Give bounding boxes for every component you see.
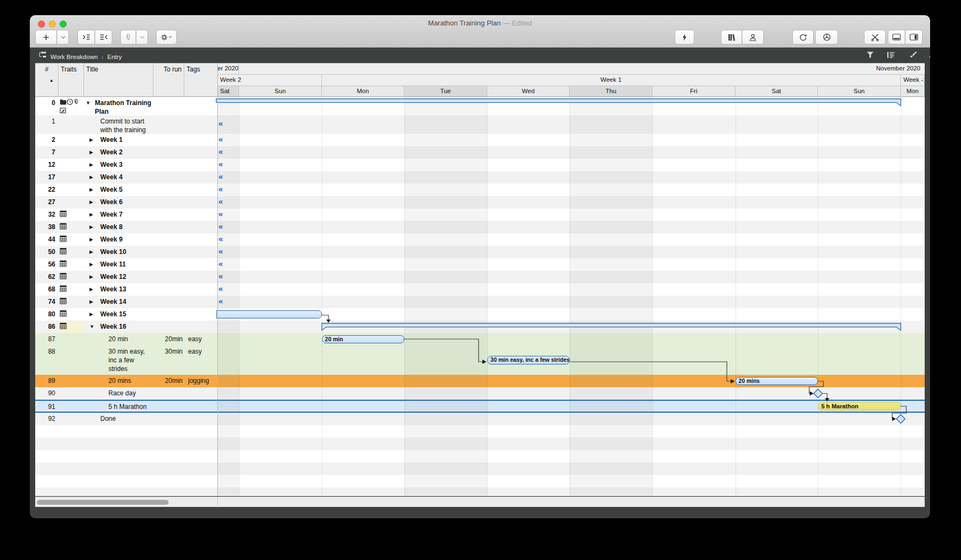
row-12[interactable]: 12▶Week 3	[35, 159, 925, 171]
task-bar-89[interactable]: 20 mins	[736, 377, 818, 386]
title-cell: ▶Week 2	[84, 146, 153, 157]
publish-button[interactable]	[815, 30, 838, 44]
column-header-num[interactable]: # ▲	[35, 63, 59, 97]
assignments-button[interactable]	[742, 30, 764, 44]
show-right-panel-button[interactable]	[905, 30, 923, 44]
main-content: # ▲ Traits Title To run Tags er 2020Nove…	[35, 63, 925, 496]
catch-up-button[interactable]	[675, 30, 694, 44]
table-chart-splitter[interactable]	[217, 63, 218, 496]
disclosure-triangle[interactable]: ▶	[89, 285, 93, 294]
row-44[interactable]: 44▶Week 9	[35, 233, 925, 246]
row-87[interactable]: 8720 min20mineasy	[35, 333, 925, 346]
disclosure-triangle[interactable]: ▼	[89, 322, 94, 331]
row-22[interactable]: 22▶Week 5	[35, 184, 925, 196]
row-80[interactable]: 80▶Week 15	[35, 308, 925, 321]
column-header-tags[interactable]: Tags	[184, 63, 217, 97]
attach-button[interactable]	[120, 30, 136, 44]
disclosure-triangle[interactable]: ▶	[89, 173, 93, 181]
task-bar-80[interactable]	[216, 310, 322, 319]
row-56[interactable]: 56▶Week 11	[35, 258, 925, 271]
to-run-cell	[153, 184, 183, 185]
lightning-icon	[681, 34, 688, 41]
traits-cell	[59, 308, 83, 319]
row-0[interactable]: 0▼Marathon Training Plan	[35, 97, 925, 115]
add-task-button[interactable]	[35, 30, 57, 44]
starts-earlier-indicator-74: «	[218, 296, 233, 305]
column-header-to-run[interactable]: To run	[153, 63, 184, 97]
disclosure-triangle[interactable]: ▶	[89, 235, 93, 244]
row-68[interactable]: 68▶Week 13	[35, 283, 925, 296]
task-bar-87[interactable]: 20 min	[322, 335, 405, 344]
disclosure-triangle[interactable]: ▶	[89, 248, 93, 256]
disclosure-triangle[interactable]: ▶	[89, 272, 93, 281]
disclosure-triangle[interactable]: ▶	[89, 135, 93, 144]
tags-cell: easy	[186, 346, 217, 356]
disclosure-triangle[interactable]: ▶	[89, 185, 93, 194]
row-90[interactable]: 90Race day	[35, 387, 925, 400]
clock-icon	[67, 99, 73, 105]
task-title: 30 min easy, inc a few strides	[108, 347, 153, 373]
row-38[interactable]: 38▶Week 8	[35, 221, 925, 233]
calendar-icon	[60, 210, 67, 217]
row-32[interactable]: 32▶Week 7	[35, 209, 925, 221]
close-button[interactable]	[38, 21, 45, 28]
column-header-title[interactable]: Title	[84, 63, 153, 97]
row-74[interactable]: 74▶Week 14	[35, 296, 925, 308]
row-7[interactable]: 7▶Week 2	[35, 146, 925, 159]
row-1[interactable]: 1Commit to start with the training	[35, 115, 925, 134]
inspectors-button[interactable]	[928, 51, 930, 61]
breadcrumb-view[interactable]: Work Breakdown	[50, 54, 98, 60]
row-17[interactable]: 17▶Week 4	[35, 171, 925, 184]
actions-menu-button[interactable]	[156, 30, 177, 44]
outdent-button[interactable]	[95, 30, 112, 44]
tags-cell	[186, 159, 217, 160]
disclosure-triangle[interactable]: ▶	[89, 260, 93, 269]
disclosure-triangle[interactable]: ▶	[89, 310, 93, 318]
row-86[interactable]: 86▼Week 16	[35, 321, 925, 333]
minimize-button[interactable]	[49, 21, 56, 28]
zoom-button[interactable]	[60, 21, 67, 28]
scrollbar-thumb[interactable]	[37, 500, 169, 505]
row-27[interactable]: 27▶Week 6	[35, 196, 925, 209]
attach-menu-button[interactable]	[136, 30, 148, 44]
disclosure-triangle[interactable]: ▶	[89, 297, 93, 306]
filter-button[interactable]	[866, 51, 874, 61]
disclosure-triangle[interactable]: ▼	[86, 99, 91, 107]
view-options-button[interactable]	[887, 51, 895, 61]
styles-button[interactable]	[908, 51, 917, 61]
resources-button[interactable]	[721, 30, 742, 44]
day-header-3-tue: Tue	[404, 86, 487, 97]
disclosure-triangle[interactable]: ▶	[89, 160, 93, 169]
disclosure-triangle[interactable]: ▶	[89, 223, 93, 231]
row-number: 62	[35, 271, 55, 281]
disclosure-triangle[interactable]: ▶	[89, 198, 93, 206]
task-bar-91[interactable]: 5 h Marathon	[818, 402, 901, 411]
title-cell: ▶Week 12	[84, 271, 153, 281]
indent-button[interactable]	[78, 30, 95, 44]
tools-button[interactable]	[864, 30, 886, 44]
row-92[interactable]: 92Done	[35, 413, 925, 425]
disclosure-triangle[interactable]: ▶	[89, 210, 93, 219]
sync-button[interactable]	[792, 30, 814, 44]
row-62[interactable]: 62▶Week 12	[35, 271, 925, 283]
disclosure-triangle[interactable]: ▶	[89, 148, 93, 157]
traits-cell	[59, 333, 83, 335]
gear-icon	[160, 34, 172, 41]
calendar-icon	[60, 297, 67, 304]
tags-cell: jogging	[186, 375, 217, 385]
breadcrumb-page[interactable]: Entry	[107, 54, 122, 60]
row-91[interactable]: 915 h Marathon	[35, 400, 925, 413]
column-header-traits[interactable]: Traits	[59, 63, 84, 97]
day-header-4-wed: Wed	[487, 86, 570, 97]
tags-cell	[186, 97, 217, 99]
add-task-menu-button[interactable]	[57, 30, 69, 44]
row-50[interactable]: 50▶Week 10	[35, 246, 925, 258]
traits-cell	[59, 196, 83, 198]
row-88[interactable]: 8830 min easy, inc a few strides30mineas…	[35, 346, 925, 375]
show-bottom-panel-button[interactable]	[888, 30, 905, 44]
task-bar-88[interactable]: 30 min easy, inc a few strides	[487, 356, 570, 364]
calendar-icon	[60, 285, 67, 292]
row-2[interactable]: 2▶Week 1	[35, 134, 925, 146]
task-title: Week 9	[100, 235, 153, 244]
to-run-cell	[153, 134, 183, 135]
